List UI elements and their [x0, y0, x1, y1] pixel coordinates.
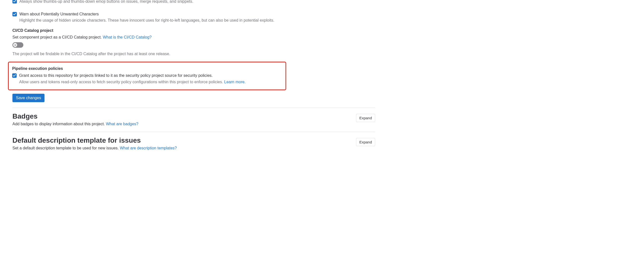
badges-link[interactable]: What are badges?: [106, 122, 138, 126]
unwanted-chars-checkbox[interactable]: [12, 12, 17, 17]
check-icon: [13, 0, 16, 3]
badges-title: Badges: [12, 112, 138, 120]
pipeline-policies-checkbox[interactable]: [12, 73, 17, 78]
check-icon: [13, 74, 16, 77]
close-icon: [14, 44, 16, 46]
pipeline-policies-desc: Allow users and tokens read-only access …: [19, 80, 224, 84]
toggle-knob: [13, 43, 17, 47]
cicd-catalog-toggle[interactable]: [12, 42, 23, 48]
divider: [12, 132, 375, 132]
pipeline-policies-highlight: Pipeline execution policies Grant access…: [8, 62, 286, 90]
badges-expand-button[interactable]: Expand: [356, 114, 375, 122]
check-icon: [13, 13, 16, 16]
cicd-catalog-helper: The project will be findable in the CI/C…: [12, 52, 375, 56]
pipeline-policies-title: Pipeline execution policies: [12, 66, 282, 71]
issue-template-expand-button[interactable]: Expand: [356, 138, 375, 146]
cicd-catalog-link[interactable]: What is the CI/CD Catalog?: [103, 35, 152, 39]
emoji-reactions-desc: Always show thumbs-up and thumbs-down em…: [20, 0, 375, 5]
emoji-reactions-checkbox[interactable]: [12, 0, 17, 4]
badges-subtitle: Add badges to display information about …: [12, 122, 106, 126]
divider: [12, 108, 375, 108]
issue-template-title: Default description template for issues: [12, 136, 177, 144]
cicd-catalog-title: CI/CD Catalog project: [12, 28, 375, 33]
cicd-catalog-desc: Set component project as a CI/CD Catalog…: [12, 35, 103, 39]
unwanted-chars-label: Warn about Potentially Unwanted Characte…: [20, 12, 375, 17]
issue-template-subtitle: Set a default description template to be…: [12, 146, 120, 150]
save-changes-button[interactable]: Save changes: [12, 94, 44, 102]
unwanted-chars-desc: Highlight the usage of hidden unicode ch…: [20, 18, 375, 23]
pipeline-policies-label: Grant access to this repository for proj…: [19, 73, 282, 78]
issue-template-link[interactable]: What are description templates?: [120, 146, 177, 150]
pipeline-policies-learn-more-link[interactable]: Learn more.: [224, 80, 246, 84]
